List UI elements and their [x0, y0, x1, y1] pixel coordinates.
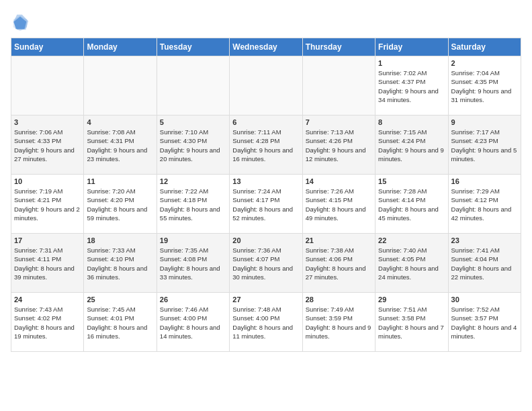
day-info: Sunrise: 7:35 AM Sunset: 4:08 PM Dayligh… [160, 246, 226, 281]
day-number: 23 [451, 236, 518, 244]
day-number: 9 [451, 118, 518, 126]
day-number: 12 [160, 177, 226, 185]
day-info: Sunrise: 7:02 AM Sunset: 4:37 PM Dayligh… [378, 68, 445, 104]
calendar-cell: 17Sunrise: 7:31 AM Sunset: 4:11 PM Dayli… [11, 234, 84, 293]
calendar-cell [157, 56, 229, 116]
day-number: 21 [306, 236, 372, 244]
day-number: 30 [451, 295, 518, 304]
calendar-cell: 6Sunrise: 7:11 AM Sunset: 4:28 PM Daylig… [230, 116, 302, 175]
calendar-cell: 28Sunrise: 7:49 AM Sunset: 3:59 PM Dayli… [302, 293, 375, 352]
day-number: 17 [14, 236, 81, 244]
weekday-header-sunday: Sunday [11, 38, 84, 56]
day-info: Sunrise: 7:41 AM Sunset: 4:04 PM Dayligh… [451, 246, 518, 281]
day-info: Sunrise: 7:33 AM Sunset: 4:10 PM Dayligh… [87, 246, 153, 281]
weekday-header-tuesday: Tuesday [157, 38, 229, 56]
day-info: Sunrise: 7:15 AM Sunset: 4:24 PM Dayligh… [378, 128, 445, 163]
calendar-cell: 4Sunrise: 7:08 AM Sunset: 4:31 PM Daylig… [84, 116, 157, 175]
day-number: 24 [14, 295, 81, 304]
day-info: Sunrise: 7:46 AM Sunset: 4:00 PM Dayligh… [160, 305, 226, 340]
calendar-cell: 30Sunrise: 7:52 AM Sunset: 3:57 PM Dayli… [448, 293, 521, 352]
day-info: Sunrise: 7:52 AM Sunset: 3:57 PM Dayligh… [451, 305, 518, 340]
day-number: 18 [87, 236, 153, 244]
calendar-cell: 27Sunrise: 7:48 AM Sunset: 4:00 PM Dayli… [230, 293, 302, 352]
calendar-cell: 1Sunrise: 7:02 AM Sunset: 4:37 PM Daylig… [375, 56, 448, 116]
day-number: 28 [306, 295, 372, 304]
calendar-cell: 11Sunrise: 7:20 AM Sunset: 4:20 PM Dayli… [84, 175, 157, 234]
calendar-cell: 12Sunrise: 7:22 AM Sunset: 4:18 PM Dayli… [157, 175, 229, 234]
day-number: 13 [232, 177, 299, 185]
day-info: Sunrise: 7:38 AM Sunset: 4:06 PM Dayligh… [306, 246, 372, 281]
week-row-3: 10Sunrise: 7:19 AM Sunset: 4:21 PM Dayli… [11, 175, 521, 234]
calendar-cell: 24Sunrise: 7:43 AM Sunset: 4:02 PM Dayli… [11, 293, 84, 352]
calendar-cell: 29Sunrise: 7:51 AM Sunset: 3:58 PM Dayli… [375, 293, 448, 352]
day-number: 22 [378, 236, 445, 244]
day-info: Sunrise: 7:45 AM Sunset: 4:01 PM Dayligh… [87, 305, 153, 340]
day-info: Sunrise: 7:13 AM Sunset: 4:26 PM Dayligh… [306, 128, 372, 163]
calendar-cell: 16Sunrise: 7:29 AM Sunset: 4:12 PM Dayli… [448, 175, 521, 234]
day-info: Sunrise: 7:48 AM Sunset: 4:00 PM Dayligh… [232, 305, 299, 340]
calendar-cell: 19Sunrise: 7:35 AM Sunset: 4:08 PM Dayli… [157, 234, 229, 293]
day-number: 16 [451, 177, 518, 185]
day-number: 7 [306, 118, 372, 126]
day-info: Sunrise: 7:31 AM Sunset: 4:11 PM Dayligh… [14, 246, 81, 281]
day-info: Sunrise: 7:26 AM Sunset: 4:15 PM Dayligh… [306, 187, 372, 222]
day-info: Sunrise: 7:28 AM Sunset: 4:14 PM Dayligh… [378, 187, 445, 222]
calendar-cell: 14Sunrise: 7:26 AM Sunset: 4:15 PM Dayli… [302, 175, 375, 234]
day-number: 5 [160, 118, 226, 126]
day-number: 6 [232, 118, 299, 126]
calendar-cell: 3Sunrise: 7:06 AM Sunset: 4:33 PM Daylig… [11, 116, 84, 175]
calendar-cell [84, 56, 157, 116]
day-number: 4 [87, 118, 153, 126]
week-row-5: 24Sunrise: 7:43 AM Sunset: 4:02 PM Dayli… [11, 293, 521, 352]
day-number: 10 [14, 177, 81, 185]
day-info: Sunrise: 7:20 AM Sunset: 4:20 PM Dayligh… [87, 187, 153, 222]
calendar-cell: 13Sunrise: 7:24 AM Sunset: 4:17 PM Dayli… [230, 175, 302, 234]
weekday-header-wednesday: Wednesday [230, 38, 302, 56]
day-number: 20 [232, 236, 299, 244]
calendar-cell: 8Sunrise: 7:15 AM Sunset: 4:24 PM Daylig… [375, 116, 448, 175]
weekday-header-saturday: Saturday [448, 38, 521, 56]
day-info: Sunrise: 7:40 AM Sunset: 4:05 PM Dayligh… [378, 246, 445, 281]
day-number: 26 [160, 295, 226, 304]
weekday-header-friday: Friday [375, 38, 448, 56]
day-info: Sunrise: 7:19 AM Sunset: 4:21 PM Dayligh… [14, 187, 81, 222]
calendar-cell: 26Sunrise: 7:46 AM Sunset: 4:00 PM Dayli… [157, 293, 229, 352]
day-number: 15 [378, 177, 445, 185]
day-info: Sunrise: 7:10 AM Sunset: 4:30 PM Dayligh… [160, 128, 226, 163]
day-info: Sunrise: 7:17 AM Sunset: 4:23 PM Dayligh… [451, 128, 518, 163]
day-number: 25 [87, 295, 153, 304]
day-info: Sunrise: 7:43 AM Sunset: 4:02 PM Dayligh… [14, 305, 81, 340]
header [11, 11, 521, 32]
calendar-cell: 2Sunrise: 7:04 AM Sunset: 4:35 PM Daylig… [448, 56, 521, 116]
calendar-cell [11, 56, 84, 116]
day-info: Sunrise: 7:36 AM Sunset: 4:07 PM Dayligh… [232, 246, 299, 281]
calendar-cell [230, 56, 302, 116]
week-row-1: 1Sunrise: 7:02 AM Sunset: 4:37 PM Daylig… [11, 56, 521, 116]
calendar-cell: 23Sunrise: 7:41 AM Sunset: 4:04 PM Dayli… [448, 234, 521, 293]
calendar-cell: 21Sunrise: 7:38 AM Sunset: 4:06 PM Dayli… [302, 234, 375, 293]
day-number: 29 [378, 295, 445, 304]
calendar-cell: 20Sunrise: 7:36 AM Sunset: 4:07 PM Dayli… [230, 234, 302, 293]
calendar-cell: 5Sunrise: 7:10 AM Sunset: 4:30 PM Daylig… [157, 116, 229, 175]
day-number: 11 [87, 177, 153, 185]
calendar-cell: 9Sunrise: 7:17 AM Sunset: 4:23 PM Daylig… [448, 116, 521, 175]
day-info: Sunrise: 7:11 AM Sunset: 4:28 PM Dayligh… [232, 128, 299, 163]
calendar-cell: 10Sunrise: 7:19 AM Sunset: 4:21 PM Dayli… [11, 175, 84, 234]
weekday-header-thursday: Thursday [302, 38, 375, 56]
day-info: Sunrise: 7:08 AM Sunset: 4:31 PM Dayligh… [87, 128, 153, 163]
logo-icon [11, 13, 30, 32]
calendar: SundayMondayTuesdayWednesdayThursdayFrid… [11, 38, 521, 352]
weekday-header-monday: Monday [84, 38, 157, 56]
day-number: 27 [232, 295, 299, 304]
day-info: Sunrise: 7:51 AM Sunset: 3:58 PM Dayligh… [378, 305, 445, 340]
weekday-header-row: SundayMondayTuesdayWednesdayThursdayFrid… [11, 38, 521, 56]
day-info: Sunrise: 7:06 AM Sunset: 4:33 PM Dayligh… [14, 128, 81, 163]
calendar-cell [302, 56, 375, 116]
day-info: Sunrise: 7:22 AM Sunset: 4:18 PM Dayligh… [160, 187, 226, 222]
calendar-cell: 25Sunrise: 7:45 AM Sunset: 4:01 PM Dayli… [84, 293, 157, 352]
day-info: Sunrise: 7:49 AM Sunset: 3:59 PM Dayligh… [306, 305, 372, 340]
calendar-cell: 22Sunrise: 7:40 AM Sunset: 4:05 PM Dayli… [375, 234, 448, 293]
day-info: Sunrise: 7:29 AM Sunset: 4:12 PM Dayligh… [451, 187, 518, 222]
week-row-2: 3Sunrise: 7:06 AM Sunset: 4:33 PM Daylig… [11, 116, 521, 175]
day-info: Sunrise: 7:24 AM Sunset: 4:17 PM Dayligh… [232, 187, 299, 222]
